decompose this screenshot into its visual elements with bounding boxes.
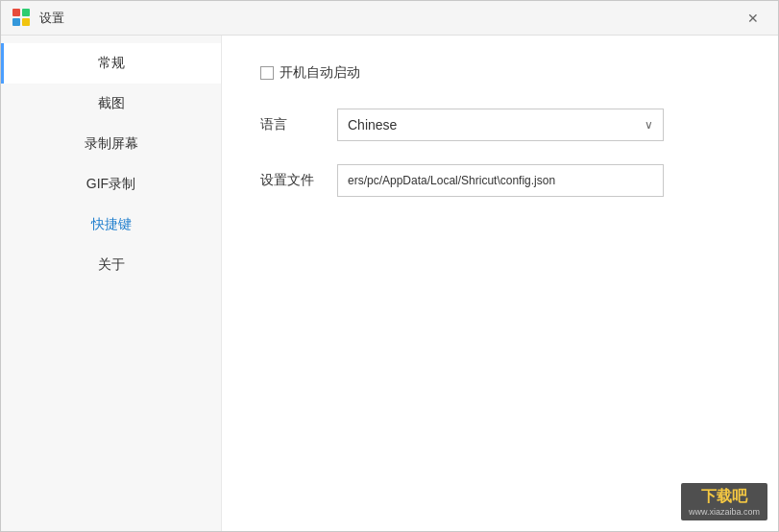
language-label: 语言 xyxy=(260,116,337,133)
config-path-box: ers/pc/AppData/Local/Shricut\config.json xyxy=(337,164,664,197)
window-title: 设置 xyxy=(39,10,740,27)
main-panel: 开机自动启动 语言 Chinese ∨ 设置文件 ers/pc/AppData/… xyxy=(222,36,778,531)
sidebar-item-general[interactable]: 常规 xyxy=(1,43,221,84)
watermark-top: 下载吧 xyxy=(701,487,747,507)
title-bar: 设置 ✕ xyxy=(1,1,778,36)
config-row: 设置文件 ers/pc/AppData/Local/Shricut\config… xyxy=(260,164,740,197)
sidebar: 常规 截图 录制屏幕 GIF录制 快捷键 关于 xyxy=(1,36,222,531)
watermark-bottom: www.xiazaiba.com xyxy=(689,507,760,517)
sidebar-item-shortcut[interactable]: 快捷键 xyxy=(1,205,221,245)
language-value: Chinese xyxy=(348,117,397,133)
sidebar-item-about[interactable]: 关于 xyxy=(1,245,221,285)
language-dropdown[interactable]: Chinese ∨ xyxy=(337,109,664,141)
config-label: 设置文件 xyxy=(260,172,337,189)
config-path-value: ers/pc/AppData/Local/Shricut\config.json xyxy=(348,174,555,187)
sidebar-item-record-screen[interactable]: 录制屏幕 xyxy=(1,124,221,164)
startup-checkbox[interactable] xyxy=(260,66,274,80)
startup-row: 开机自动启动 xyxy=(260,64,740,82)
watermark: 下载吧 www.xiazaiba.com xyxy=(681,483,767,520)
sidebar-item-screenshot[interactable]: 截图 xyxy=(1,84,221,124)
startup-label: 开机自动启动 xyxy=(280,64,360,82)
close-button[interactable]: ✕ xyxy=(740,7,767,30)
content-area: 常规 截图 录制屏幕 GIF录制 快捷键 关于 xyxy=(1,36,778,531)
startup-checkbox-wrapper[interactable]: 开机自动启动 xyxy=(260,64,360,82)
language-row: 语言 Chinese ∨ xyxy=(260,109,740,141)
sidebar-item-gif-record[interactable]: GIF录制 xyxy=(1,164,221,205)
app-icon xyxy=(12,9,32,28)
chevron-down-icon: ∨ xyxy=(645,118,653,132)
